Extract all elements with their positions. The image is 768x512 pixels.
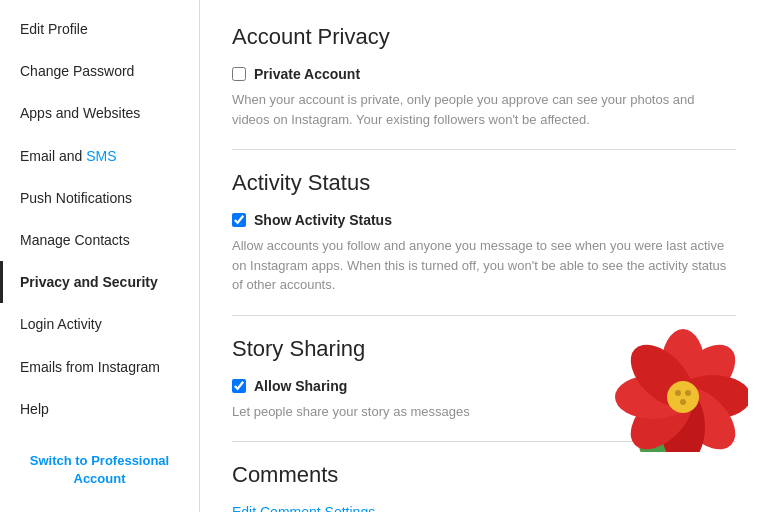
private-account-row: Private Account xyxy=(232,66,736,82)
edit-comment-settings-link[interactable]: Edit Comment Settings xyxy=(232,504,375,512)
switch-professional-link[interactable]: Switch to Professional Account xyxy=(30,453,169,486)
activity-status-desc: Allow accounts you follow and anyone you… xyxy=(232,236,732,295)
account-privacy-title: Account Privacy xyxy=(232,24,736,50)
svg-point-0 xyxy=(636,418,701,452)
activity-status-row: Show Activity Status xyxy=(232,212,736,228)
story-sharing-section: Story Sharing Allow Sharing Let people s… xyxy=(232,336,736,422)
allow-sharing-label: Allow Sharing xyxy=(254,378,347,394)
sidebar-item-edit-profile[interactable]: Edit Profile xyxy=(0,8,199,50)
sidebar-item-login-activity[interactable]: Login Activity xyxy=(0,303,199,345)
sidebar-item-label: Help xyxy=(20,400,49,418)
sidebar-item-help[interactable]: Help xyxy=(0,388,199,430)
allow-sharing-row: Allow Sharing xyxy=(232,378,736,394)
activity-status-label: Show Activity Status xyxy=(254,212,392,228)
sidebar-item-change-password[interactable]: Change Password xyxy=(0,50,199,92)
account-privacy-desc: When your account is private, only peopl… xyxy=(232,90,732,129)
sidebar-item-manage-contacts[interactable]: Manage Contacts xyxy=(0,219,199,261)
switch-line2: Account xyxy=(74,471,126,486)
sidebar-item-label: Change Password xyxy=(20,62,134,80)
sidebar-item-emails-instagram[interactable]: Emails from Instagram xyxy=(0,346,199,388)
sidebar-item-label: Manage Contacts xyxy=(20,231,130,249)
story-sharing-desc: Let people share your story as messages xyxy=(232,402,732,422)
private-account-label: Private Account xyxy=(254,66,360,82)
activity-status-title: Activity Status xyxy=(232,170,736,196)
sidebar-item-email-sms[interactable]: Email and SMS xyxy=(0,135,199,177)
allow-sharing-checkbox[interactable] xyxy=(232,379,246,393)
sidebar-item-label: Emails from Instagram xyxy=(20,358,160,376)
comments-section: Comments Edit Comment Settings xyxy=(232,462,736,512)
activity-status-checkbox[interactable] xyxy=(232,213,246,227)
story-sharing-title: Story Sharing xyxy=(232,336,736,362)
sidebar-item-label: Privacy and Security xyxy=(20,273,158,291)
account-privacy-section: Account Privacy Private Account When you… xyxy=(232,24,736,129)
activity-status-section: Activity Status Show Activity Status All… xyxy=(232,170,736,295)
comments-title: Comments xyxy=(232,462,736,488)
divider-2 xyxy=(232,315,736,316)
sidebar-item-label: Email and SMS xyxy=(20,147,117,165)
sidebar-item-label: Login Activity xyxy=(20,315,102,333)
sidebar-item-push-notifications[interactable]: Push Notifications xyxy=(0,177,199,219)
main-content: Account Privacy Private Account When you… xyxy=(200,0,768,512)
sidebar-item-label: Push Notifications xyxy=(20,189,132,207)
divider-1 xyxy=(232,149,736,150)
sidebar-item-privacy-security[interactable]: Privacy and Security xyxy=(0,261,199,303)
sidebar-item-label: Edit Profile xyxy=(20,20,88,38)
sidebar: Edit Profile Change Password Apps and We… xyxy=(0,0,200,512)
switch-line1: Switch to Professional xyxy=(30,453,169,468)
sidebar-item-apps-websites[interactable]: Apps and Websites xyxy=(0,92,199,134)
divider-3 xyxy=(232,441,736,442)
private-account-checkbox[interactable] xyxy=(232,67,246,81)
sidebar-item-label: Apps and Websites xyxy=(20,104,140,122)
sidebar-bottom: Switch to Professional Account xyxy=(0,436,199,504)
